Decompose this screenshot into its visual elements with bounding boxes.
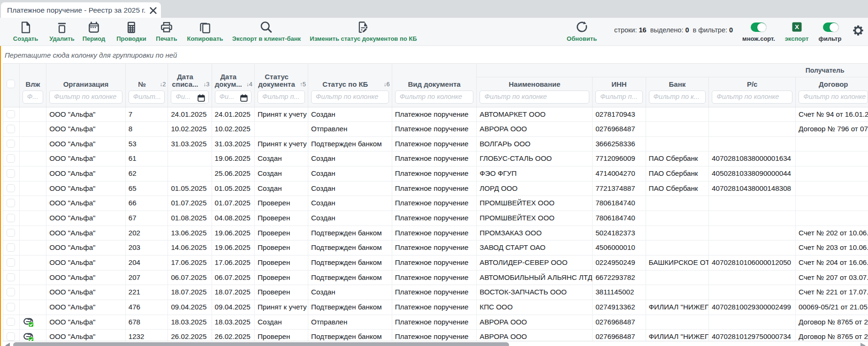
svg-text:X: X [795, 23, 799, 30]
